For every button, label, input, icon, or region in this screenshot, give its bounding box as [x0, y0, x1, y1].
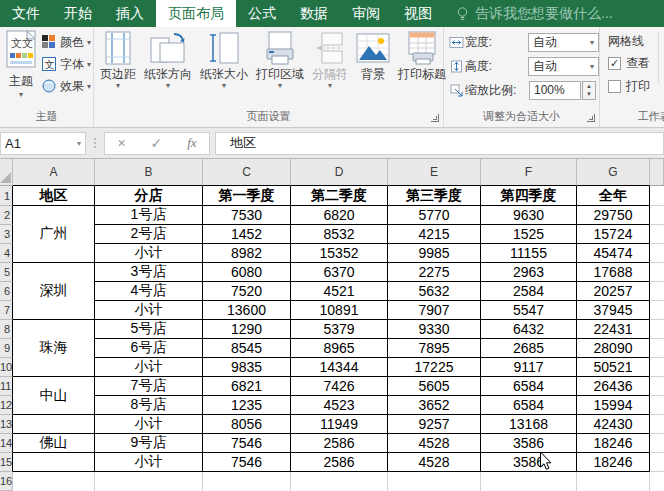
- page-setup-dialog-launcher-icon[interactable]: [431, 114, 439, 122]
- row-number-7[interactable]: 7: [0, 301, 13, 320]
- column-header-G[interactable]: G: [577, 159, 650, 186]
- cell[interactable]: 26436: [577, 377, 650, 396]
- cell[interactable]: 6820: [291, 206, 388, 225]
- row-number-10[interactable]: 10: [0, 358, 13, 377]
- cell[interactable]: [650, 186, 664, 206]
- fonts-button[interactable]: 文 字体 ▾: [42, 53, 91, 75]
- column-header-clipped[interactable]: [650, 159, 664, 186]
- cell[interactable]: [291, 472, 388, 491]
- column-header-F[interactable]: F: [481, 159, 577, 186]
- cell[interactable]: 18246: [577, 453, 650, 472]
- cell[interactable]: 7号店: [95, 377, 203, 396]
- scale-to-fit-dialog-launcher-icon[interactable]: [587, 114, 595, 122]
- cell[interactable]: 11155: [481, 244, 577, 263]
- cell[interactable]: [650, 472, 664, 491]
- cell[interactable]: 8号店: [95, 396, 203, 415]
- cell[interactable]: [650, 225, 664, 244]
- column-header-C[interactable]: C: [203, 159, 291, 186]
- cell[interactable]: 2584: [481, 282, 577, 301]
- cell[interactable]: 4528: [388, 434, 481, 453]
- cell[interactable]: 小计: [95, 244, 203, 263]
- header-cell[interactable]: 第四季度: [481, 186, 577, 206]
- cell[interactable]: 5770: [388, 206, 481, 225]
- row-number-12[interactable]: 12: [0, 396, 13, 415]
- row-number-16[interactable]: 16: [0, 472, 13, 491]
- cell[interactable]: 小计: [95, 358, 203, 377]
- cell[interactable]: 10891: [291, 301, 388, 320]
- button-页边距[interactable]: 页边距▾: [96, 29, 140, 91]
- header-cell[interactable]: 第一季度: [203, 186, 291, 206]
- cell[interactable]: [481, 472, 577, 491]
- cell[interactable]: 4528: [388, 453, 481, 472]
- cell[interactable]: 6080: [203, 263, 291, 282]
- themes-button[interactable]: 文文 主题 ▾: [3, 30, 39, 111]
- cell[interactable]: [650, 434, 664, 453]
- cell[interactable]: [650, 339, 664, 358]
- button-打印区域[interactable]: 打印区域▾: [252, 29, 308, 91]
- cell[interactable]: 8965: [291, 339, 388, 358]
- colors-button[interactable]: 颜色 ▾: [42, 31, 91, 53]
- button-打印标题[interactable]: 打印标题: [394, 29, 450, 91]
- tell-me-box[interactable]: 告诉我您想要做什么...: [444, 0, 613, 27]
- cell[interactable]: [650, 263, 664, 282]
- header-cell[interactable]: 第二季度: [291, 186, 388, 206]
- cell[interactable]: 9985: [388, 244, 481, 263]
- cell[interactable]: 1号店: [95, 206, 203, 225]
- cell[interactable]: [650, 282, 664, 301]
- header-cell[interactable]: 第三季度: [388, 186, 481, 206]
- cell[interactable]: 3号店: [95, 263, 203, 282]
- spinner-down-icon[interactable]: ▼: [583, 90, 595, 99]
- row-number-4[interactable]: 4: [0, 244, 13, 263]
- cell[interactable]: 15352: [291, 244, 388, 263]
- region-cell[interactable]: 中山: [13, 377, 95, 415]
- button-纸张大小[interactable]: 纸张大小▾: [196, 29, 252, 91]
- region-cell[interactable]: [13, 453, 95, 472]
- tab-审阅[interactable]: 审阅: [340, 0, 392, 27]
- cell[interactable]: 14344: [291, 358, 388, 377]
- spinner-up-icon[interactable]: ▲: [583, 82, 595, 91]
- row-number-1[interactable]: 1: [0, 186, 13, 206]
- cell[interactable]: [13, 472, 95, 491]
- tab-开始[interactable]: 开始: [52, 0, 104, 27]
- cell[interactable]: 8056: [203, 415, 291, 434]
- cell[interactable]: 7520: [203, 282, 291, 301]
- cell[interactable]: 5632: [388, 282, 481, 301]
- region-cell[interactable]: 广州: [13, 206, 95, 263]
- cell[interactable]: 15994: [577, 396, 650, 415]
- cell[interactable]: 18246: [577, 434, 650, 453]
- cell[interactable]: 45474: [577, 244, 650, 263]
- tab-页面布局[interactable]: 页面布局: [156, 0, 236, 27]
- tab-插入[interactable]: 插入: [104, 0, 156, 27]
- cell[interactable]: 1525: [481, 225, 577, 244]
- cell[interactable]: 37945: [577, 301, 650, 320]
- row-number-5[interactable]: 5: [0, 263, 13, 282]
- header-cell[interactable]: 全年: [577, 186, 650, 206]
- cell[interactable]: 4523: [291, 396, 388, 415]
- cell[interactable]: [650, 396, 664, 415]
- cell[interactable]: 2685: [481, 339, 577, 358]
- enter-icon[interactable]: ✓: [151, 136, 163, 150]
- cell[interactable]: 9257: [388, 415, 481, 434]
- column-header-A[interactable]: A: [13, 159, 95, 186]
- row-number-8[interactable]: 8: [0, 320, 13, 339]
- cell[interactable]: 5605: [388, 377, 481, 396]
- button-纸张方向[interactable]: 纸张方向▾: [140, 29, 196, 91]
- cell[interactable]: 小计: [95, 453, 203, 472]
- cell[interactable]: 6370: [291, 263, 388, 282]
- region-cell[interactable]: 深圳: [13, 263, 95, 320]
- cell[interactable]: 6号店: [95, 339, 203, 358]
- cell[interactable]: 4号店: [95, 282, 203, 301]
- cell[interactable]: [577, 472, 650, 491]
- select-all-corner[interactable]: [0, 159, 13, 186]
- cell[interactable]: 4215: [388, 225, 481, 244]
- cell[interactable]: 2586: [291, 434, 388, 453]
- row-number-11[interactable]: 11: [0, 377, 13, 396]
- cell[interactable]: 7907: [388, 301, 481, 320]
- cell[interactable]: 2275: [388, 263, 481, 282]
- cell[interactable]: 7530: [203, 206, 291, 225]
- cell[interactable]: 9330: [388, 320, 481, 339]
- cancel-icon[interactable]: ×: [117, 136, 125, 150]
- cell[interactable]: 1290: [203, 320, 291, 339]
- cell[interactable]: 2963: [481, 263, 577, 282]
- cell[interactable]: 小计: [95, 301, 203, 320]
